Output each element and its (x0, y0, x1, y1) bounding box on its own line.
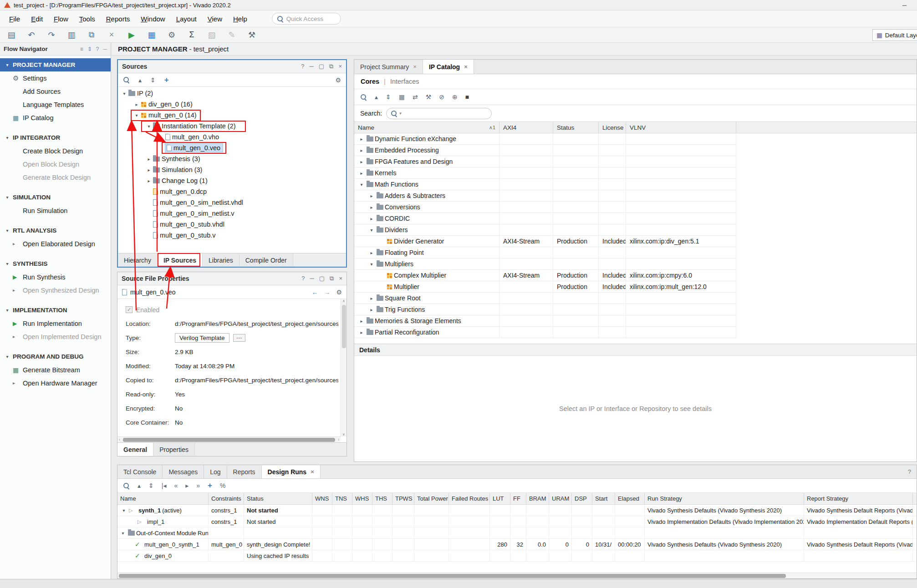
flownav-item-run-implementation[interactable]: ▶ Run Implementation (0, 317, 111, 330)
scroll-right-icon[interactable]: › (336, 437, 341, 442)
search-icon[interactable] (123, 482, 130, 489)
column-tns[interactable]: TNS (332, 493, 352, 504)
flownav-item-run-simulation[interactable]: Run Simulation (0, 204, 111, 217)
chevron-right-icon[interactable]: ▸ (133, 102, 140, 107)
scroll-down-icon[interactable]: ∨ (342, 432, 345, 436)
run-row-div-gen-0[interactable]: ✓div_gen_0 Using cached IP results (117, 550, 917, 562)
maximize-icon[interactable]: ⧉ (330, 275, 334, 282)
chevron-down-icon[interactable]: ▾ (121, 91, 128, 96)
tree-item-simulation[interactable]: ▸ Simulation (3) (118, 164, 346, 175)
column-tpws[interactable]: TPWS (392, 493, 414, 504)
copy-icon[interactable]: ⧉ (87, 30, 97, 40)
tree-item-change-log[interactable]: ▸ Change Log (1) (118, 175, 346, 186)
menu-reports[interactable]: Reports (101, 13, 136, 25)
column-total-power[interactable]: Total Power (414, 493, 449, 504)
chevron-right-icon[interactable]: ▸ (358, 137, 365, 142)
flownav-item-ip-catalog[interactable]: ▦ IP Catalog (0, 111, 111, 124)
menu-layout[interactable]: Layout (171, 13, 202, 25)
column-whs[interactable]: WHS (352, 493, 372, 504)
edit-icon[interactable]: ✎ (227, 30, 237, 40)
category-row-trig-functions[interactable]: ▸Trig Functions (354, 304, 736, 315)
chevron-down-icon[interactable]: ▾ (368, 228, 375, 233)
chevron-down-icon[interactable]: ▾ (133, 113, 140, 118)
chevron-right-icon[interactable]: ▸ (368, 307, 375, 312)
tree-item-mult-gen-0[interactable]: ▾ mult_gen_0 (14) (118, 110, 346, 121)
tree-item-stub-vhdl[interactable]: mult_gen_0_stub.vhdl (118, 219, 346, 230)
column-constraints[interactable]: Constraints (209, 493, 244, 504)
run-icon[interactable]: ▶ (127, 30, 137, 40)
category-row-square-root[interactable]: ▸Square Root (354, 293, 736, 304)
menu-edit[interactable]: Edit (25, 13, 48, 25)
redo-icon[interactable]: ↷ (46, 30, 56, 40)
horizontal-scrollbar[interactable]: ‹ › (117, 436, 341, 442)
category-row-cordic[interactable]: ▸CORDIC (354, 213, 736, 224)
flownav-item-add-sources[interactable]: Add Sources (0, 85, 111, 98)
settings-gear-icon[interactable]: ⚙ (335, 76, 341, 84)
close-icon[interactable]: × (413, 63, 417, 70)
menu-view[interactable]: View (202, 13, 228, 25)
tree-item-sim-netlist-vhdl[interactable]: mult_gen_0_sim_netlist.vhdl (118, 197, 346, 208)
scrollbar-thumb[interactable] (342, 305, 346, 348)
tree-item-mult-gen-0-dcp[interactable]: mult_gen_0.dcp (118, 186, 346, 197)
float-icon[interactable]: ▢ (319, 63, 324, 70)
tree-item-stub-v[interactable]: mult_gen_0_stub.v (118, 230, 346, 241)
chevron-right-icon[interactable]: ▸ (358, 330, 365, 335)
expand-all-icon[interactable]: ⇕ (386, 93, 391, 101)
group-by-category-icon[interactable]: ▦ (399, 93, 405, 101)
run-row-mult-gen-0-synth-1[interactable]: ✓mult_gen_0_synth_1 mult_gen_0 synth_des… (117, 539, 917, 550)
menu-window[interactable]: Window (135, 13, 170, 25)
expand-all-icon[interactable]: ⇕ (150, 76, 156, 84)
minimize-icon[interactable]: ─ (310, 63, 314, 70)
chevron-right-icon[interactable]: ▸ (368, 193, 375, 198)
minimize-window-icon[interactable]: ─ (896, 2, 913, 9)
column-license[interactable]: License (599, 122, 626, 133)
blocks-icon[interactable]: ▦ (147, 30, 157, 40)
column-run-strategy[interactable]: Run Strategy (645, 493, 804, 504)
horizontal-scrollbar[interactable] (117, 573, 917, 578)
flownav-section-simulation[interactable]: ▾ SIMULATION (0, 191, 111, 204)
category-row-dynamic-function-exchange[interactable]: ▸Dynamic Function eXchange (354, 133, 736, 145)
chevron-right-icon[interactable]: ▸ (145, 157, 153, 162)
flownav-item-run-synthesis[interactable]: ▶ Run Synthesis (0, 270, 111, 284)
chevron-down-icon[interactable]: ▾ (358, 182, 365, 187)
add-run-icon[interactable]: + (208, 481, 212, 490)
tree-item-mult-gen-0-veo[interactable]: mult_gen_0.veo (118, 142, 346, 153)
collapse-all-icon[interactable]: ▴ (138, 482, 141, 489)
chevron-right-icon[interactable]: ▸ (145, 167, 153, 172)
sum-icon[interactable]: Σ (187, 30, 197, 40)
type-browse-button[interactable]: ⋯ (233, 334, 245, 342)
vertical-scrollbar[interactable]: ∧ ∨ (341, 299, 346, 436)
flownav-section-synthesis[interactable]: ▾ SYNTHESIS (0, 257, 111, 270)
ip-row-complex-multiplier[interactable]: Complex Multiplier AXI4-Stream Productio… (354, 270, 736, 281)
restore-layout-icon[interactable]: ⇄ (413, 93, 418, 101)
flownav-section-implementation[interactable]: ▾ IMPLEMENTATION (0, 304, 111, 317)
minimize-icon[interactable]: ─ (103, 46, 107, 52)
subnav-interfaces[interactable]: Interfaces (390, 78, 419, 85)
collapse-all-icon[interactable]: ▴ (375, 93, 378, 101)
column-name[interactable]: Name (117, 493, 209, 504)
column-start[interactable]: Start (592, 493, 615, 504)
tab-ip-sources[interactable]: IP Sources (158, 253, 203, 267)
tab-compile-order[interactable]: Compile Order (239, 253, 293, 267)
save-icon[interactable]: ▤ (6, 30, 16, 40)
search-icon[interactable] (360, 94, 367, 101)
run-row-synth-1[interactable]: ▾▷synth_1 (active) constrs_1 Not started… (117, 505, 917, 516)
column-elapsed[interactable]: Elapsed (615, 493, 645, 504)
menu-flow[interactable]: Flow (48, 13, 74, 25)
tree-item-ip[interactable]: ▾ IP (2) (118, 88, 346, 99)
chevron-right-icon[interactable]: ▸ (368, 296, 375, 301)
category-row-kernels[interactable]: ▸Kernels (354, 167, 736, 179)
filter-icon[interactable]: ⊘ (439, 93, 444, 101)
menu-tools[interactable]: Tools (74, 13, 101, 25)
scroll-left-icon[interactable]: ‹ (117, 437, 122, 442)
category-row-adders-subtracters[interactable]: ▸Adders & Subtracters (354, 190, 736, 202)
flownav-item-create-block-design[interactable]: Create Block Design (0, 144, 111, 157)
tree-item-div-gen-0[interactable]: ▸ div_gen_0 (16) (118, 99, 346, 110)
column-bram[interactable]: BRAM (526, 493, 549, 504)
column-status[interactable]: Status (553, 122, 599, 133)
chevron-right-icon[interactable]: ▸ (358, 159, 365, 164)
flownav-item-settings[interactable]: ⚙ Settings (0, 71, 111, 85)
chevron-down-icon[interactable]: ▾ (368, 262, 375, 267)
forward-icon[interactable]: » (196, 482, 200, 489)
tab-messages[interactable]: Messages (163, 465, 204, 478)
